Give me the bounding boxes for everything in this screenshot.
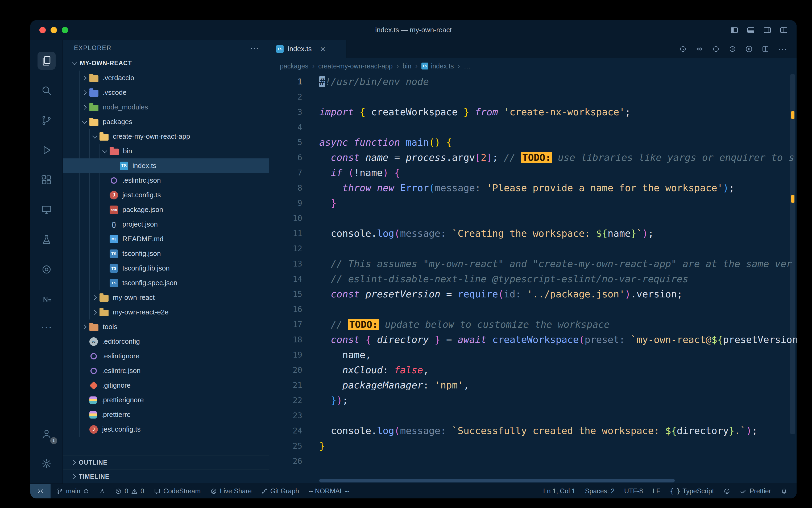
tree-item-tsconfig-json[interactable]: TStsconfig.json — [63, 246, 269, 261]
tree-item-editorconfig[interactable]: ec.editorconfig — [63, 334, 269, 349]
code-line-6[interactable]: 6 const name = process.argv[2]; // TODO:… — [269, 150, 797, 165]
breadcrumb-item-index-ts[interactable]: TS index.ts — [421, 62, 454, 70]
tree-item-tsconfig-spec-json[interactable]: TStsconfig.spec.json — [63, 276, 269, 290]
split-editor-icon[interactable] — [761, 45, 769, 53]
code-line-20[interactable]: 20 nxCloud: false, — [269, 363, 797, 378]
code-line-4[interactable]: 4 — [269, 120, 797, 135]
activity-more[interactable]: ⋯ — [30, 314, 62, 340]
activity-source-control[interactable] — [30, 105, 62, 135]
tree-item-vscode[interactable]: .vscode — [63, 85, 269, 100]
tree-item-prettierrc[interactable]: .prettierrc — [63, 407, 269, 422]
vim-mode-indicator[interactable]: -- NORMAL -- — [304, 484, 354, 498]
activity-account[interactable]: 1 — [30, 419, 62, 449]
git-graph-status[interactable]: Git Graph — [256, 484, 304, 498]
tree-item-eslintrc-json[interactable]: .eslintrc.json — [63, 173, 269, 188]
notifications-status[interactable] — [776, 488, 792, 495]
encoding-status[interactable]: UTF-8 — [619, 487, 648, 495]
code-line-1[interactable]: 1#!/usr/bin/env node — [269, 74, 797, 89]
breadcrumb-item-packages[interactable]: packages — [280, 62, 308, 70]
more-actions-icon[interactable]: ⋯ — [778, 48, 787, 50]
live-share-status[interactable]: Live Share — [205, 484, 256, 498]
activity-remote-explorer[interactable] — [30, 195, 62, 225]
tree-item-verdaccio[interactable]: .verdaccio — [63, 71, 269, 85]
eol-status[interactable]: LF — [648, 487, 665, 495]
open-changes-icon[interactable] — [728, 45, 736, 53]
code-line-2[interactable]: 2 — [269, 89, 797, 104]
tree-item-tsconfig-lib-json[interactable]: TStsconfig.lib.json — [63, 261, 269, 276]
code-line-15[interactable]: 15 const presetVersion = require(id: '..… — [269, 287, 797, 302]
tree-item-gitignore[interactable]: .gitignore — [63, 378, 269, 393]
code-line-17[interactable]: 17 // TODO: update below to customize th… — [269, 317, 797, 332]
code-line-11[interactable]: 11 console.log(message: `Creating the wo… — [269, 226, 797, 241]
outline-section-header[interactable]: OUTLINE — [63, 455, 269, 469]
code-line-8[interactable]: 8 throw new Error(message: 'Please provi… — [269, 180, 797, 196]
code-line-10[interactable]: 10 — [269, 211, 797, 226]
tree-item-packages[interactable]: packages — [63, 115, 269, 129]
tree-item-jest-config-ts[interactable]: Jjest.config.ts — [63, 422, 269, 437]
timeline-icon[interactable] — [679, 45, 687, 53]
code-line-5[interactable]: 5async function main() { — [269, 135, 797, 150]
code-line-9[interactable]: 9 } — [269, 196, 797, 211]
timeline-section-header[interactable]: TIMELINE — [63, 469, 269, 483]
code-line-23[interactable]: 23 — [269, 408, 797, 423]
activity-settings[interactable] — [30, 449, 62, 479]
tree-item-my-own-react[interactable]: my-own-react — [63, 290, 269, 305]
horizontal-scrollbar[interactable] — [319, 479, 675, 482]
activity-run-debug[interactable] — [30, 135, 62, 165]
tree-item-project-json[interactable]: {}project.json — [63, 217, 269, 231]
tree-item-eslintignore[interactable]: .eslintignore — [63, 349, 269, 364]
minimize-window-button[interactable] — [51, 27, 57, 33]
git-branch-status[interactable]: main — [52, 484, 94, 498]
breadcrumb-item-create-my-own-react-app[interactable]: create-my-own-react-app — [318, 62, 392, 70]
code-line-22[interactable]: 22 }); — [269, 393, 797, 408]
codestream-status[interactable]: CodeStream — [149, 484, 205, 498]
cursor-position[interactable]: Ln 1, Col 1 — [538, 487, 580, 495]
tree-item-readme-md[interactable]: M↓README.md — [63, 231, 269, 246]
code-line-26[interactable]: 26 — [269, 454, 797, 469]
code-line-21[interactable]: 21 packageManager: 'npm', — [269, 378, 797, 393]
tree-item-eslintrc-json[interactable]: .eslintrc.json — [63, 364, 269, 378]
code-line-24[interactable]: 24 console.log(message: `Successfully cr… — [269, 423, 797, 438]
tab-index-ts[interactable]: TS index.ts × — [269, 40, 346, 58]
activity-explorer[interactable] — [30, 46, 62, 76]
tree-item-my-own-react-e2e[interactable]: my-own-react-e2e — [63, 305, 269, 320]
feedback-status[interactable] — [719, 488, 735, 495]
vertical-scrollbar[interactable] — [789, 74, 796, 483]
gitlens-icon[interactable] — [696, 45, 704, 53]
tree-item-prettierignore[interactable]: .prettierignore — [63, 393, 269, 407]
close-window-button[interactable] — [39, 27, 46, 33]
formatter-status[interactable]: Prettier — [735, 487, 776, 495]
tree-item-jest-config-ts[interactable]: Jjest.config.ts — [63, 188, 269, 202]
scrollbar-thumb[interactable] — [790, 74, 795, 434]
activity-codestream[interactable] — [30, 255, 62, 284]
code-line-18[interactable]: 18 const { directory } = await createWor… — [269, 332, 797, 347]
explorer-more-actions-icon[interactable]: ⋯ — [250, 45, 259, 51]
activity-testing[interactable] — [30, 225, 62, 255]
tree-item-node-modules[interactable]: node_modules — [63, 100, 269, 115]
code-editor[interactable]: 1#!/usr/bin/env node23import { createWor… — [269, 74, 797, 483]
language-mode[interactable]: { } TypeScript — [665, 487, 719, 495]
code-line-7[interactable]: 7 if (!name) { — [269, 165, 797, 180]
breadcrumb-item-bin[interactable]: bin — [402, 62, 411, 70]
activity-extensions[interactable] — [30, 165, 62, 195]
code-line-3[interactable]: 3import { createWorkspace } from 'create… — [269, 104, 797, 120]
compare-icon[interactable] — [712, 45, 720, 53]
indentation-status[interactable]: Spaces: 2 — [580, 487, 619, 495]
code-line-16[interactable]: 16 — [269, 302, 797, 317]
code-line-25[interactable]: 25} — [269, 438, 797, 454]
activity-search[interactable] — [30, 76, 62, 105]
activity-nx-console[interactable] — [30, 284, 62, 314]
code-line-12[interactable]: 12 — [269, 241, 797, 256]
tree-item-package-json[interactable]: npmpackage.json — [63, 202, 269, 217]
beaker-status[interactable] — [94, 484, 110, 498]
tree-item-index-ts[interactable]: TSindex.ts — [63, 159, 269, 173]
toggle-secondary-sidebar-icon[interactable] — [763, 26, 772, 34]
tree-item-tools[interactable]: tools — [63, 320, 269, 334]
code-line-14[interactable]: 14 // eslint-disable-next-line @typescri… — [269, 271, 797, 287]
remote-indicator[interactable] — [30, 484, 51, 498]
breadcrumb-item-symbol[interactable]: … — [464, 62, 470, 70]
run-file-icon[interactable] — [745, 45, 753, 53]
toggle-panel-icon[interactable] — [747, 26, 755, 34]
code-line-13[interactable]: 13 // This assumes "my-own-react" and "c… — [269, 256, 797, 271]
tree-item-bin[interactable]: bin — [63, 144, 269, 159]
